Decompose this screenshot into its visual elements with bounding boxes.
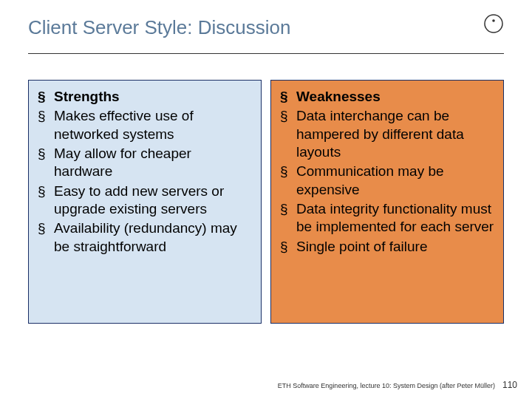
- strengths-heading: Strengths: [38, 88, 252, 106]
- slide: Client Server Style: Discussion Strength…: [0, 0, 532, 399]
- list-item: Data integrity functionality must be imp…: [280, 200, 494, 236]
- list-item: Data interchange can be hampered by diff…: [280, 107, 494, 161]
- list-item: Makes effective use of networked systems: [38, 107, 252, 143]
- list-item: Availability (redundancy) may be straigh…: [38, 219, 252, 256]
- strengths-list: Strengths Makes effective use of network…: [38, 88, 252, 256]
- list-item: Single point of failure: [280, 238, 494, 256]
- list-item: May allow for cheaper hardware: [38, 145, 252, 181]
- list-item: Easy to add new servers or upgrade exist…: [38, 183, 252, 219]
- weaknesses-list: Weaknesses Data interchange can be hampe…: [280, 88, 494, 256]
- strengths-box: Strengths Makes effective use of network…: [28, 80, 262, 324]
- content-row: Strengths Makes effective use of network…: [28, 80, 504, 324]
- footer-text: ETH Software Engineering, lecture 10: Sy…: [278, 382, 495, 389]
- page-number: 110: [502, 380, 517, 390]
- weaknesses-box: Weaknesses Data interchange can be hampe…: [270, 80, 504, 324]
- svg-point-1: [492, 19, 495, 22]
- list-item: Communication may be expensive: [280, 163, 494, 199]
- svg-point-0: [485, 15, 502, 33]
- weaknesses-heading: Weaknesses: [280, 88, 494, 106]
- page-title: Client Server Style: Discussion: [28, 16, 290, 39]
- footer: ETH Software Engineering, lecture 10: Sy…: [278, 380, 517, 390]
- logo-icon: [483, 13, 504, 34]
- title-rule: [28, 53, 504, 54]
